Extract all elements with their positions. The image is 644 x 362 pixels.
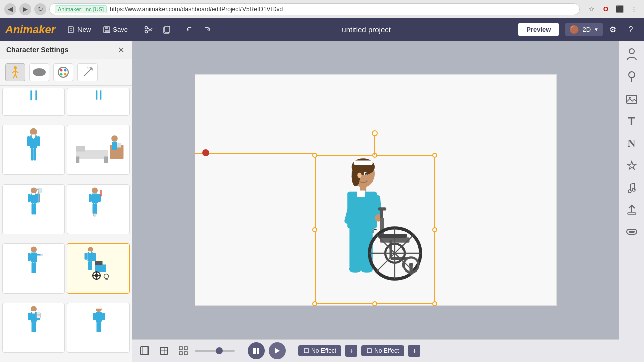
char-item-5[interactable] bbox=[2, 184, 65, 234]
svg-rect-4 bbox=[105, 27, 108, 29]
bt-separator bbox=[241, 345, 242, 357]
rotation-line bbox=[374, 135, 375, 155]
bookmark-button[interactable]: ☆ bbox=[586, 3, 598, 15]
slider-track bbox=[195, 350, 235, 352]
selected-character-container[interactable]: ✛ bbox=[315, 155, 435, 304]
char-item-10[interactable] bbox=[67, 303, 130, 353]
right-panel-upload[interactable] bbox=[623, 201, 641, 219]
svg-rect-104 bbox=[93, 313, 96, 320]
svg-rect-169 bbox=[629, 231, 635, 233]
tab-palette[interactable] bbox=[53, 63, 73, 81]
svg-rect-76 bbox=[87, 252, 93, 261]
slider-thumb[interactable] bbox=[216, 347, 223, 354]
new-button[interactable]: New bbox=[62, 24, 96, 36]
preview-button[interactable]: Preview bbox=[518, 23, 559, 36]
url-bar[interactable]: Animaker, Inc [US] https://www.animaker.… bbox=[49, 3, 580, 15]
sticker-icon bbox=[626, 160, 637, 170]
svg-marker-161 bbox=[627, 161, 636, 169]
effect1-button[interactable]: No Effect bbox=[298, 345, 341, 356]
canvas-area: ✛ bbox=[132, 41, 619, 362]
save-button[interactable]: Save bbox=[98, 24, 133, 36]
svg-point-75 bbox=[88, 247, 93, 252]
svg-point-22 bbox=[60, 73, 63, 76]
right-panel-stickers[interactable] bbox=[623, 156, 641, 174]
pose-tab-icon bbox=[9, 65, 21, 79]
char-item-7[interactable] bbox=[2, 243, 65, 294]
mode-selector[interactable]: 🟤 2D ▼ bbox=[565, 23, 603, 36]
svg-rect-53 bbox=[28, 194, 31, 202]
svg-point-90 bbox=[31, 306, 37, 312]
settings-button[interactable]: ⚙ bbox=[605, 22, 621, 38]
svg-point-57 bbox=[38, 188, 42, 193]
svg-rect-81 bbox=[90, 261, 92, 270]
effect2-add-button[interactable]: + bbox=[408, 345, 420, 357]
svg-line-24 bbox=[84, 70, 90, 76]
tab-effects[interactable] bbox=[77, 63, 98, 81]
svg-line-27 bbox=[92, 69, 93, 71]
copy-button[interactable] bbox=[158, 23, 174, 36]
zoom-slider[interactable] bbox=[195, 350, 235, 352]
tab-shape[interactable] bbox=[29, 63, 49, 81]
effect1-add-button[interactable]: + bbox=[345, 345, 357, 357]
grid-button[interactable] bbox=[176, 343, 191, 358]
main-area: Character Settings ✕ bbox=[0, 41, 644, 362]
char-item-4[interactable] bbox=[67, 125, 130, 175]
svg-rect-11 bbox=[165, 26, 170, 32]
menu-button[interactable]: ⋮ bbox=[628, 3, 640, 15]
security-badge: Animaker, Inc [US] bbox=[55, 5, 107, 13]
shape-tab-icon bbox=[32, 67, 47, 78]
svg-rect-73 bbox=[31, 262, 34, 273]
reload-button[interactable]: ↻ bbox=[34, 3, 46, 15]
fit-screen-button[interactable] bbox=[137, 343, 152, 358]
mode-dropdown-arrow: ▼ bbox=[594, 27, 599, 32]
right-panel-text[interactable]: T bbox=[623, 112, 641, 130]
canvas-stage[interactable]: ✛ bbox=[132, 41, 619, 339]
right-panel-person[interactable] bbox=[623, 46, 641, 64]
cut-button[interactable] bbox=[141, 23, 156, 36]
svg-marker-155 bbox=[367, 349, 371, 353]
svg-point-19 bbox=[58, 67, 68, 77]
fit-icon bbox=[140, 346, 150, 356]
char-item-6[interactable] bbox=[67, 184, 130, 234]
panel-tabs bbox=[0, 59, 132, 86]
play-button[interactable] bbox=[248, 342, 265, 359]
back-button[interactable]: ◀ bbox=[4, 3, 16, 15]
panel-close-button[interactable]: ✕ bbox=[116, 45, 126, 55]
char-item-3[interactable] bbox=[2, 125, 65, 175]
char-item-2[interactable] bbox=[67, 88, 130, 116]
undo-button[interactable] bbox=[182, 23, 197, 36]
opera-icon[interactable]: O bbox=[600, 3, 612, 15]
rotation-handle[interactable] bbox=[372, 130, 378, 136]
svg-rect-152 bbox=[257, 348, 259, 354]
zoom-fit-button[interactable] bbox=[156, 343, 172, 358]
svg-point-157 bbox=[629, 72, 635, 78]
right-panel-filter[interactable] bbox=[623, 223, 641, 241]
browser-actions: ☆ O ⬛ ⋮ bbox=[586, 3, 640, 15]
redo-button[interactable] bbox=[199, 23, 214, 36]
forward-button[interactable]: ▶ bbox=[19, 3, 31, 15]
right-panel-image[interactable] bbox=[623, 90, 641, 108]
right-panel-pin[interactable] bbox=[623, 68, 641, 86]
char-9-preview bbox=[21, 305, 46, 350]
right-panel-heading[interactable]: N bbox=[623, 134, 641, 152]
play-forward-button[interactable] bbox=[269, 342, 286, 359]
char-item-1[interactable] bbox=[2, 88, 65, 116]
char-item-9[interactable] bbox=[2, 303, 65, 353]
extensions-button[interactable]: ⬛ bbox=[614, 3, 626, 15]
char-item-8[interactable] bbox=[67, 243, 130, 294]
effect2-button[interactable]: No Effect bbox=[361, 345, 404, 356]
right-panel-music[interactable] bbox=[623, 178, 641, 197]
svg-point-7 bbox=[145, 30, 147, 33]
svg-rect-105 bbox=[102, 313, 105, 320]
svg-point-6 bbox=[145, 26, 147, 29]
svg-rect-72 bbox=[40, 254, 43, 256]
bt-separator-2 bbox=[292, 345, 292, 357]
svg-point-33 bbox=[30, 128, 37, 135]
svg-rect-80 bbox=[88, 261, 90, 270]
char-4-preview bbox=[71, 127, 126, 172]
help-button[interactable]: ? bbox=[623, 22, 639, 38]
char-3-preview bbox=[20, 127, 47, 172]
tab-pose[interactable] bbox=[5, 63, 25, 81]
svg-line-164 bbox=[630, 183, 634, 184]
svg-rect-59 bbox=[34, 203, 36, 215]
